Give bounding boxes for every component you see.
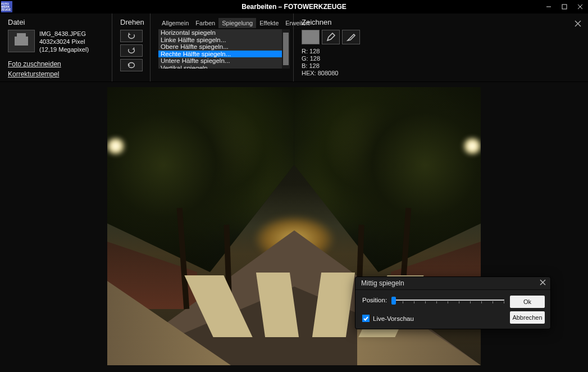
maximize-button[interactable] bbox=[557, 0, 572, 13]
dialog-title: Mittig spiegeln bbox=[361, 279, 404, 287]
position-slider[interactable] bbox=[391, 296, 504, 305]
link-crop[interactable]: Foto zuschneiden bbox=[8, 60, 104, 68]
color-g: G: 128 bbox=[302, 55, 381, 62]
tab-general[interactable]: Allgemein bbox=[158, 18, 192, 28]
file-name: IMG_8438.JPEG bbox=[39, 30, 89, 38]
window-title: Bearbeiten – FOTOWERKZEUGE bbox=[0, 3, 588, 11]
close-editor-button[interactable] bbox=[572, 18, 584, 29]
list-item[interactable]: Rechte Hälfte spiegeln... bbox=[158, 51, 282, 58]
tab-mirror[interactable]: Spiegelung bbox=[218, 18, 256, 28]
editor-toolbar: Datei IMG_8438.JPEG 4032x3024 Pixel (12,… bbox=[0, 13, 588, 82]
section-operations: Allgemein Farben Spiegelung Effekte Erwe… bbox=[151, 13, 294, 81]
ok-button[interactable]: Ok bbox=[510, 296, 545, 308]
link-correction-stamp[interactable]: Korrekturstempel bbox=[8, 70, 104, 78]
rotate-cw-button[interactable] bbox=[120, 44, 143, 57]
file-dimensions: 4032x3024 Pixel bbox=[39, 38, 89, 46]
section-draw: Zeichnen R: 128 G: 128 B: 128 HEX: 80808… bbox=[294, 13, 389, 81]
cancel-button[interactable]: Abbrechen bbox=[510, 311, 545, 324]
section-file-heading: Datei bbox=[8, 18, 104, 26]
color-r: R: 128 bbox=[302, 48, 381, 55]
tab-colors[interactable]: Farben bbox=[192, 18, 218, 28]
section-rotate: Drehen bbox=[112, 13, 151, 81]
list-item[interactable]: Horizontal spiegeln bbox=[158, 29, 282, 37]
color-swatch[interactable] bbox=[302, 30, 320, 44]
section-rotate-heading: Drehen bbox=[120, 18, 142, 26]
pencil-tool-icon[interactable] bbox=[322, 30, 340, 44]
mirror-dialog: Mittig spiegeln Position: Ok Abbrechen L… bbox=[355, 276, 551, 329]
color-readout: R: 128 G: 128 B: 128 HEX: 808080 bbox=[302, 48, 381, 77]
file-thumbnail bbox=[8, 30, 35, 52]
list-item[interactable]: Obere Hälfte spiegeln... bbox=[158, 43, 282, 51]
close-window-button[interactable] bbox=[572, 0, 588, 13]
list-item[interactable]: Vertikal spiegeln bbox=[158, 65, 282, 69]
window-titlebar: FOTO WERK ZEUGE Bearbeiten – FOTOWERKZEU… bbox=[0, 0, 588, 13]
color-b: B: 128 bbox=[302, 62, 381, 70]
live-preview-label: Live-Vorschau bbox=[373, 315, 414, 322]
color-hex: HEX: 808080 bbox=[302, 70, 381, 77]
dialog-close-button[interactable] bbox=[540, 279, 546, 287]
rotate-180-button[interactable] bbox=[120, 59, 143, 71]
list-scrollbar[interactable] bbox=[282, 29, 290, 69]
rotate-ccw-button[interactable] bbox=[120, 30, 143, 42]
position-label: Position: bbox=[362, 297, 387, 303]
list-item[interactable]: Untere Hälfte spiegeln... bbox=[158, 57, 282, 65]
mirror-options-list[interactable]: Horizontal spiegeln Linke Hälfte spiegel… bbox=[158, 29, 290, 69]
file-megapixel: (12,19 Megapixel) bbox=[39, 46, 89, 53]
svg-rect-1 bbox=[562, 4, 567, 9]
live-preview-checkbox[interactable] bbox=[362, 315, 370, 322]
file-info: IMG_8438.JPEG 4032x3024 Pixel (12,19 Meg… bbox=[39, 30, 89, 53]
section-file: Datei IMG_8438.JPEG 4032x3024 Pixel (12,… bbox=[0, 13, 112, 81]
tab-effects[interactable]: Effekte bbox=[256, 18, 282, 28]
list-item[interactable]: Linke Hälfte spiegeln... bbox=[158, 37, 282, 44]
section-draw-heading: Zeichnen bbox=[302, 18, 381, 26]
brush-tool-icon[interactable] bbox=[342, 30, 360, 44]
minimize-button[interactable] bbox=[541, 0, 557, 13]
app-icon: FOTO WERK ZEUGE bbox=[1, 1, 12, 12]
operation-tabs: Allgemein Farben Spiegelung Effekte Erwe… bbox=[158, 18, 290, 28]
